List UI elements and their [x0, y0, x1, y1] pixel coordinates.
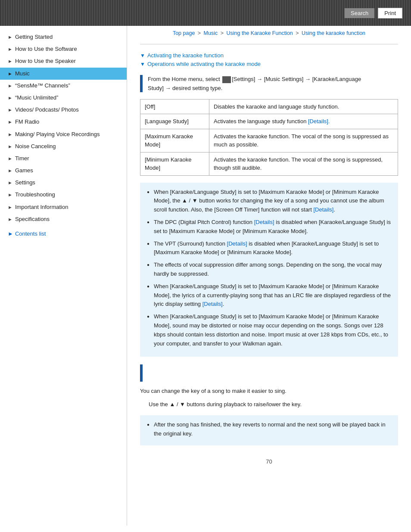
sidebar-arrow-icon: ►: [8, 131, 12, 138]
section1-heading: From the Home menu, select [Settings] → …: [140, 75, 398, 93]
section-link-2[interactable]: ▼ Operations while activating the karaok…: [140, 61, 398, 67]
print-button[interactable]: Print: [378, 8, 402, 19]
layout: ►Getting Started►How to Use the Software…: [0, 26, 411, 526]
breadcrumb-sep2: >: [221, 30, 225, 36]
contents-list-link[interactable]: ► Contents list: [0, 225, 127, 237]
note-box-1: When [Karaoke/Language Study] is set to …: [140, 183, 398, 357]
details-link[interactable]: [Details]: [227, 240, 247, 247]
breadcrumb: Top page > Music > Using the Karaoke Fun…: [140, 30, 398, 36]
page-number: 70: [140, 458, 398, 465]
settings-icon: [222, 76, 231, 83]
table-row: [Maximum Karaoke Mode]Activates the kara…: [140, 129, 398, 152]
sidebar-item-noise-canceling[interactable]: ►Noise Canceling: [0, 140, 127, 152]
note-item-3: The effects of vocal suppression differ …: [147, 261, 391, 279]
info-table: [Off]Disables the karaoke and language s…: [140, 99, 398, 176]
sidebar-arrow-icon: ►: [8, 204, 12, 211]
search-button[interactable]: Search: [345, 8, 374, 18]
section2-text: You can change the key of a song to make…: [140, 387, 398, 396]
sidebar-item-label: Games: [15, 167, 33, 174]
sidebar-arrow-icon: ►: [8, 180, 12, 186]
sidebar-item-label: Specifications: [15, 215, 50, 223]
sidebar: ►Getting Started►How to Use the Software…: [0, 26, 127, 526]
table-cell-col2: Activates the language study function [D…: [209, 114, 398, 129]
sidebar-item-making-voice[interactable]: ►Making/ Playing Voice Recordings: [0, 128, 127, 140]
table-link-1[interactable]: [Details].: [308, 118, 330, 124]
sidebar-arrow-icon: ►: [8, 34, 12, 40]
sidebar-arrow-icon: ►: [8, 168, 12, 174]
breadcrumb-karaoke-function[interactable]: Using the Karaoke Function: [227, 30, 293, 36]
sidebar-arrow-icon: ►: [8, 119, 12, 125]
sidebar-item-specifications[interactable]: ►Specifications: [0, 213, 127, 225]
note-item-5: When [Karaoke/Language Study] is set to …: [147, 312, 391, 348]
sidebar-item-troubleshooting[interactable]: ►Troubleshooting: [0, 189, 127, 201]
table-row: [Minimum Karaoke Mode]Activates the kara…: [140, 152, 398, 175]
details-link[interactable]: [Details]: [313, 206, 333, 213]
sidebar-arrow-icon: ►: [8, 156, 12, 162]
sidebar-item-label: Videos/ Podcasts/ Photos: [15, 106, 79, 114]
table-cell-col1: [Off]: [140, 99, 209, 114]
breadcrumb-sep3: >: [296, 30, 300, 36]
note2-item-0: After the song has finished, the key rev…: [147, 420, 391, 439]
blue-bar-1: [140, 75, 143, 92]
triangle-down-icon-1: ▼: [140, 53, 145, 59]
breadcrumb-top[interactable]: Top page: [173, 30, 195, 36]
sidebar-arrow-icon: ►: [8, 143, 12, 150]
sidebar-arrow-icon: ►: [8, 107, 12, 113]
sidebar-item-label: How to Use the Speaker: [15, 57, 76, 65]
divider: [140, 44, 398, 44]
sidebar-item-fm-radio[interactable]: ►FM Radio: [0, 116, 127, 128]
sidebar-item-label: “Music Unlimited”: [15, 94, 58, 102]
sidebar-arrow-icon: ►: [8, 58, 12, 65]
section2-use-text: Use the ▲ / ▼ buttons during playback to…: [149, 400, 398, 409]
sidebar-item-getting-started[interactable]: ►Getting Started: [0, 31, 127, 43]
section-links: ▼ Activating the karaoke function ▼ Oper…: [140, 52, 398, 67]
table-cell-col1: [Language Study]: [140, 114, 209, 129]
sidebar-item-label: Noise Canceling: [15, 143, 56, 150]
table-cell-col1: [Maximum Karaoke Mode]: [140, 129, 209, 152]
table-row: [Language Study]Activates the language s…: [140, 114, 398, 129]
arrow-right-icon: ►: [8, 230, 13, 237]
sidebar-item-sensme[interactable]: ►“SensMe™ Channels”: [0, 80, 127, 92]
sidebar-arrow-icon: ►: [8, 46, 12, 53]
sidebar-item-important-info[interactable]: ►Important Information: [0, 201, 127, 213]
triangle-down-icon-2: ▼: [140, 61, 145, 67]
sidebar-item-label: Making/ Playing Voice Recordings: [15, 131, 100, 138]
section-link-1[interactable]: ▼ Activating the karaoke function: [140, 52, 398, 59]
details-link[interactable]: [Details]: [202, 301, 223, 307]
sidebar-item-label: Important Information: [15, 203, 68, 211]
sidebar-item-label: Settings: [15, 179, 35, 187]
breadcrumb-music[interactable]: Music: [204, 30, 218, 36]
note-item-0: When [Karaoke/Language Study] is set to …: [147, 188, 391, 215]
sidebar-item-games[interactable]: ►Games: [0, 165, 127, 177]
section1-heading-text: From the Home menu, select [Settings] → …: [148, 75, 361, 93]
sidebar-item-how-to-speaker[interactable]: ►How to Use the Speaker: [0, 55, 127, 67]
sidebar-item-music-unlimited[interactable]: ►“Music Unlimited”: [0, 92, 127, 104]
sidebar-item-label: “SensMe™ Channels”: [15, 82, 70, 90]
details-link[interactable]: [Details]: [254, 219, 274, 225]
contents-list-label: Contents list: [15, 230, 46, 237]
main-content: Top page > Music > Using the Karaoke Fun…: [127, 26, 411, 526]
sidebar-arrow-icon: ►: [8, 192, 12, 198]
breadcrumb-karaoke-current: Using the karaoke function: [302, 30, 365, 36]
section-link-1-label: Activating the karaoke function: [147, 52, 224, 59]
sidebar-item-label: Getting Started: [15, 33, 53, 41]
sidebar-arrow-icon: ►: [8, 95, 12, 101]
sidebar-item-label: How to Use the Software: [15, 45, 77, 53]
table-cell-col2: Disables the karaoke and language study …: [209, 99, 398, 114]
sidebar-arrow-icon: ►: [8, 83, 12, 89]
sidebar-item-label: FM Radio: [15, 118, 39, 126]
sidebar-arrow-icon: ►: [8, 216, 12, 223]
blue-bar-2: [140, 364, 143, 382]
sidebar-item-how-to-software[interactable]: ►How to Use the Software: [0, 43, 127, 55]
sidebar-item-label: Music: [15, 70, 30, 78]
table-cell-col2: Activates the karaoke function. The voca…: [209, 129, 398, 152]
sidebar-item-videos-podcasts[interactable]: ►Videos/ Podcasts/ Photos: [0, 104, 127, 116]
header: Search Print: [0, 0, 411, 26]
table-row: [Off]Disables the karaoke and language s…: [140, 99, 398, 114]
sidebar-item-settings[interactable]: ►Settings: [0, 177, 127, 189]
note-item-4: When [Karaoke/Language Study] is set to …: [147, 282, 391, 309]
sidebar-item-music[interactable]: ►Music: [0, 68, 127, 80]
sidebar-item-timer[interactable]: ►Timer: [0, 152, 127, 165]
note-item-1: The DPC (Digital Pitch Control) function…: [147, 218, 391, 236]
section2-heading: [140, 364, 398, 382]
